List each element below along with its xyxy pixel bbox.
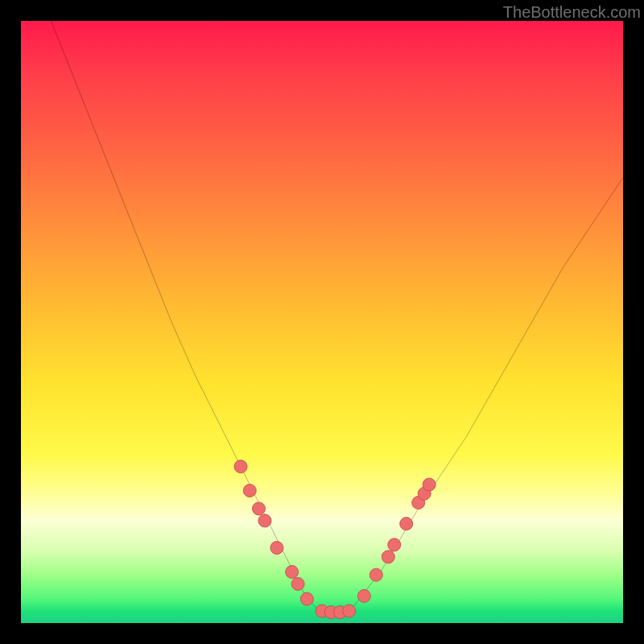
curve-marker [234, 460, 247, 473]
curve-marker [258, 514, 271, 527]
curve-marker [291, 577, 304, 590]
chart-frame: TheBottleneck.com [0, 0, 644, 644]
curve-marker [388, 539, 401, 551]
curve-marker [300, 592, 313, 605]
curve-marker [400, 518, 413, 530]
curve-marker [369, 568, 382, 581]
curve-marker [270, 541, 283, 554]
curve-marker [286, 565, 299, 578]
curve-marker [423, 478, 436, 491]
curve-marker [243, 484, 256, 497]
chart-svg [21, 21, 623, 623]
curve-markers [234, 460, 436, 619]
watermark-text: TheBottleneck.com [503, 3, 641, 22]
curve-marker [357, 589, 370, 602]
plot-area [21, 21, 623, 623]
curve-marker [343, 605, 356, 617]
curve-marker [382, 551, 394, 564]
bottleneck-curve [51, 21, 623, 613]
curve-marker [252, 502, 265, 515]
